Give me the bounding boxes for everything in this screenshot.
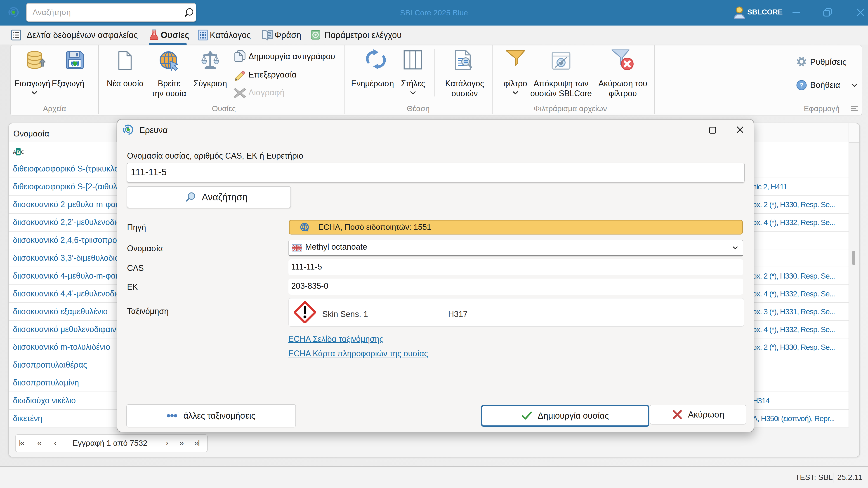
svg-text:C: C bbox=[21, 149, 24, 155]
svg-text:A: A bbox=[13, 149, 17, 155]
svg-text:B: B bbox=[17, 149, 20, 155]
svg-text:?: ? bbox=[800, 82, 803, 89]
